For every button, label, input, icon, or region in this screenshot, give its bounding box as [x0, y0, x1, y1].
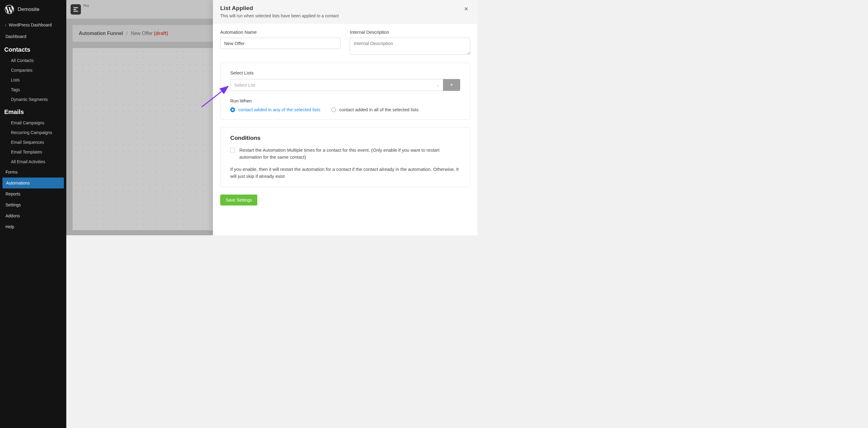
app-icon[interactable] [70, 4, 81, 14]
close-icon [464, 6, 469, 11]
nav-email-sequences[interactable]: Email Sequences [0, 137, 66, 147]
chevron-left-icon: ‹ [5, 23, 6, 27]
save-settings-button[interactable]: Save Settings [220, 195, 257, 205]
nav-recurring-campaigns[interactable]: Recurring Campaigns [0, 128, 66, 137]
select-lists-card: Select Lists Select List ⌄ + Run When co… [220, 63, 470, 120]
nav-settings[interactable]: Settings [0, 199, 66, 210]
nav-heading-emails: Emails [0, 104, 66, 118]
wordpress-logo-icon [5, 5, 14, 14]
automation-name-label: Automation Name [220, 30, 341, 35]
nav-dynamic-segments[interactable]: Dynamic Segments [0, 95, 66, 104]
close-button[interactable] [462, 5, 470, 14]
nav-lists[interactable]: Lists [0, 75, 66, 85]
automation-name-input[interactable] [220, 38, 341, 49]
panel-subtitle: This will run when selected lists have b… [220, 13, 339, 18]
select-lists-label: Select Lists [230, 70, 460, 75]
nav-email-campaigns[interactable]: Email Campaigns [0, 118, 66, 128]
sidebar-header: Demosite [0, 0, 66, 19]
nav-email-activities[interactable]: All Email Activities [0, 157, 66, 167]
nav-email-templates[interactable]: Email Templates [0, 147, 66, 157]
back-to-dashboard-link[interactable]: ‹ WordPress Dashboard [0, 19, 66, 31]
sidebar: Demosite ‹ WordPress Dashboard Dashboard… [0, 0, 66, 235]
nav-help[interactable]: Help [0, 221, 66, 232]
conditions-title: Conditions [230, 135, 460, 141]
run-when-label: Run When [230, 98, 460, 103]
nav-forms[interactable]: Forms [0, 167, 66, 177]
nav-automations[interactable]: Automations [2, 177, 64, 189]
add-list-button[interactable]: + [443, 79, 460, 91]
nav-companies[interactable]: Companies [0, 65, 66, 75]
radio-any-label: contact added in any of the selected lis… [238, 107, 320, 112]
internal-desc-textarea[interactable] [350, 38, 470, 55]
chevron-down-icon: ⌄ [436, 83, 439, 87]
radio-all-label: contact added in all of the selected lis… [339, 107, 418, 112]
settings-panel: List Applied This will run when selected… [213, 0, 477, 235]
select-list-placeholder: Select List [234, 83, 255, 88]
restart-checkbox-label: Restart the Automation Multiple times fo… [239, 147, 460, 161]
site-title[interactable]: Demosite [18, 6, 39, 12]
breadcrumb-name: New Offer [131, 31, 153, 36]
internal-desc-label: Internal Description [350, 30, 470, 35]
nav-tags[interactable]: Tags [0, 85, 66, 95]
select-list-dropdown[interactable]: Select List ⌄ [230, 79, 443, 91]
nav-heading-contacts: Contacts [0, 42, 66, 56]
restart-checkbox[interactable] [230, 148, 235, 153]
run-when-radio-group: contact added in any of the selected lis… [230, 107, 460, 112]
radio-all-option[interactable]: contact added in all of the selected lis… [331, 107, 418, 112]
nav-addons[interactable]: Addons [0, 210, 66, 221]
nav-dashboard[interactable]: Dashboard [0, 31, 66, 42]
conditions-card: Conditions Restart the Automation Multip… [220, 127, 470, 187]
breadcrumb-sep: / [126, 31, 127, 36]
nav-reports[interactable]: Reports [0, 189, 66, 199]
panel-title: List Applied [220, 5, 339, 11]
pro-label: Pro [83, 4, 89, 8]
breadcrumb-draft: (draft) [154, 31, 168, 36]
radio-icon [230, 107, 235, 112]
radio-icon [331, 107, 336, 112]
radio-any-option[interactable]: contact added in any of the selected lis… [230, 107, 320, 112]
breadcrumb-funnel[interactable]: Automation Funnel [79, 31, 123, 36]
nav-all-contacts[interactable]: All Contacts [0, 56, 66, 65]
back-link-label: WordPress Dashboard [9, 23, 52, 27]
restart-helper-text: If you enable, then it will restart the … [230, 166, 460, 179]
panel-header: List Applied This will run when selected… [213, 0, 477, 24]
panel-body: Automation Name Internal Description Sel… [213, 24, 477, 211]
